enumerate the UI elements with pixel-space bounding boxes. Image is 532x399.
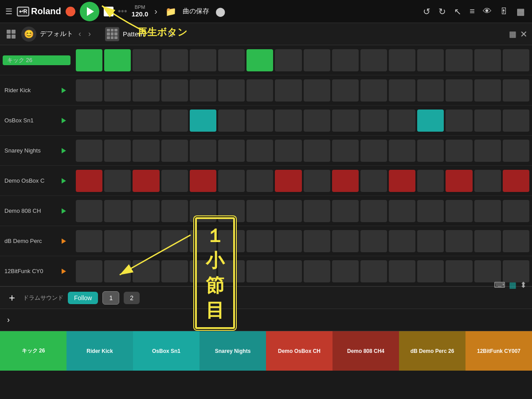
beat-cell[interactable]	[76, 230, 102, 252]
beat-cell[interactable]	[304, 260, 330, 282]
add-drum-sound-button[interactable]: +	[5, 291, 19, 305]
adjust-icon[interactable]: ⬍	[520, 280, 527, 290]
beat-cell[interactable]	[190, 200, 216, 222]
beat-cell[interactable]	[133, 260, 159, 282]
play-button[interactable]	[80, 2, 99, 21]
beat-cell[interactable]	[161, 260, 188, 282]
beat-cell[interactable]	[246, 230, 273, 252]
beat-cell[interactable]	[104, 260, 131, 282]
beat-cell[interactable]	[446, 230, 472, 252]
track-play-button[interactable]	[56, 55, 66, 65]
beat-cell[interactable]	[104, 230, 131, 252]
beat-cell[interactable]	[446, 170, 472, 192]
beat-cell[interactable]	[275, 230, 301, 252]
beat-cell[interactable]	[360, 79, 387, 102]
beat-cell[interactable]	[417, 200, 444, 222]
beat-cell[interactable]	[446, 140, 472, 162]
beat-cell[interactable]	[474, 49, 501, 71]
track-play-button[interactable]	[59, 176, 69, 186]
beat-cell[interactable]	[389, 260, 415, 282]
beat-cell[interactable]	[389, 200, 415, 222]
beat-cell[interactable]	[104, 79, 131, 102]
track-play-button[interactable]	[59, 236, 69, 246]
keyboard-icon[interactable]: ⌨	[494, 280, 505, 290]
file-button[interactable]: 📁	[164, 4, 178, 19]
beat-cell[interactable]	[104, 200, 131, 222]
beat-cell[interactable]	[76, 200, 102, 222]
beat-cell[interactable]	[275, 260, 301, 282]
smiley-button[interactable]: 😊	[21, 27, 36, 42]
beat-cell[interactable]	[246, 260, 273, 282]
beat-cell[interactable]	[417, 110, 444, 132]
beat-cell[interactable]	[275, 49, 301, 71]
beat-cell[interactable]	[360, 200, 387, 222]
close-icon[interactable]: ✕	[520, 29, 528, 39]
beat-cell[interactable]	[133, 110, 159, 132]
page-2-button[interactable]: 2	[124, 292, 140, 304]
track-play-button[interactable]	[59, 146, 69, 156]
beat-cell[interactable]	[389, 140, 415, 162]
beat-cell[interactable]	[332, 200, 359, 222]
beat-cell[interactable]	[275, 140, 301, 162]
beat-cell[interactable]	[474, 79, 501, 102]
beat-cell[interactable]	[503, 110, 529, 132]
beat-cell[interactable]	[304, 200, 330, 222]
beat-cell[interactable]	[389, 79, 415, 102]
follow-button[interactable]: Follow	[68, 292, 98, 304]
beat-cell[interactable]	[133, 49, 159, 71]
beat-cell[interactable]	[417, 260, 444, 282]
beat-cell[interactable]	[218, 170, 245, 192]
beat-cell[interactable]	[161, 110, 188, 132]
beat-cell[interactable]	[190, 230, 216, 252]
beat-cell[interactable]	[161, 49, 188, 71]
preset-next-button[interactable]: ›	[86, 27, 93, 40]
beat-cell[interactable]	[275, 110, 301, 132]
beat-cell[interactable]	[133, 140, 159, 162]
cursor-button[interactable]: ↖	[452, 4, 463, 19]
beat-cell[interactable]	[446, 260, 472, 282]
beat-cell[interactable]	[104, 140, 131, 162]
beat-cell[interactable]	[446, 110, 472, 132]
beat-cell[interactable]	[161, 140, 188, 162]
track-play-button[interactable]	[59, 266, 69, 276]
beat-cell[interactable]	[76, 79, 102, 102]
bpm-expand-button[interactable]: ›	[153, 4, 159, 18]
preset-prev-button[interactable]: ‹	[77, 27, 83, 40]
beat-cell[interactable]	[133, 200, 159, 222]
beat-cell[interactable]	[360, 260, 387, 282]
beat-cell[interactable]	[190, 140, 216, 162]
beat-cell[interactable]	[417, 79, 444, 102]
bpm-display[interactable]: BPM 120.0	[132, 4, 149, 18]
pad-button[interactable]: キック 26	[0, 331, 66, 371]
beat-cell[interactable]	[275, 170, 301, 192]
beat-cell[interactable]	[474, 110, 501, 132]
beat-cell[interactable]	[474, 230, 501, 252]
beat-cell[interactable]	[332, 170, 359, 192]
beat-cell[interactable]	[133, 79, 159, 102]
beat-cell[interactable]	[389, 230, 415, 252]
beat-cell[interactable]	[474, 260, 501, 282]
beat-cell[interactable]	[218, 79, 245, 102]
beat-cell[interactable]	[218, 110, 245, 132]
beat-cell[interactable]	[417, 170, 444, 192]
beat-cell[interactable]	[76, 260, 102, 282]
list-button[interactable]: ≡	[468, 4, 477, 18]
save-label[interactable]: 曲の保存	[183, 7, 209, 16]
beat-cell[interactable]	[218, 230, 245, 252]
mixer-button[interactable]: 🎚	[498, 4, 510, 18]
beat-cell[interactable]	[304, 79, 330, 102]
beat-cell[interactable]	[503, 49, 529, 71]
beat-cell[interactable]	[304, 170, 330, 192]
pattern-prev-button[interactable]: ‹	[148, 27, 154, 40]
beat-cell[interactable]	[190, 110, 216, 132]
beat-cell[interactable]	[304, 140, 330, 162]
beat-cell[interactable]	[275, 200, 301, 222]
beat-cell[interactable]	[76, 140, 102, 162]
redo-button[interactable]: ↻	[437, 4, 448, 19]
beat-cell[interactable]	[304, 110, 330, 132]
beat-cell[interactable]	[332, 110, 359, 132]
beat-cell[interactable]	[389, 49, 415, 71]
pattern-next-button[interactable]: ›	[157, 27, 164, 40]
beat-cell[interactable]	[389, 170, 415, 192]
beat-cell[interactable]	[360, 110, 387, 132]
